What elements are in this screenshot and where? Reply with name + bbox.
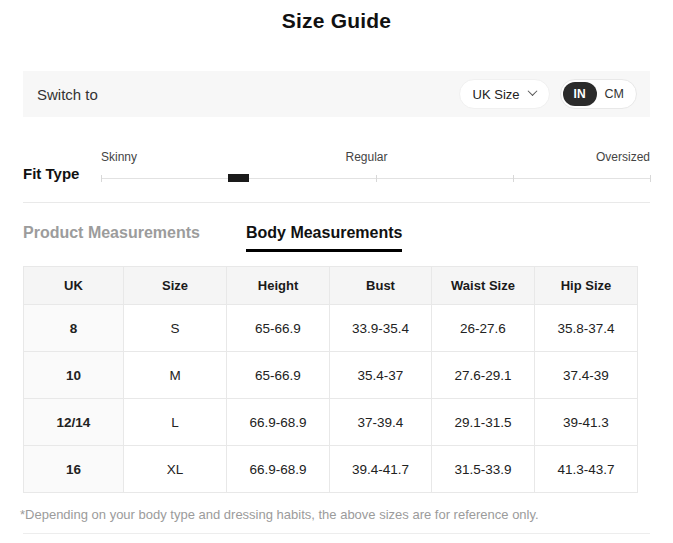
column-header-size: Size — [124, 267, 227, 305]
column-header-waist: Waist Size — [432, 267, 535, 305]
chevron-down-icon — [527, 86, 537, 96]
cell-uk: 16 — [24, 446, 124, 493]
cell-hip: 41.3-43.7 — [535, 446, 638, 493]
cell-waist: 29.1-31.5 — [432, 399, 535, 446]
size-standard-dropdown[interactable]: UK Size — [459, 79, 550, 109]
size-table: UK Size Height Bust Waist Size Hip Size … — [23, 266, 638, 493]
cell-size: XL — [124, 446, 227, 493]
column-header-uk: UK — [24, 267, 124, 305]
unit-option-in[interactable]: IN — [563, 82, 597, 106]
table-row: 10 M 65-66.9 35.4-37 27.6-29.1 37.4-39 — [24, 352, 638, 399]
fit-type-options: Skinny Regular Oversized — [101, 150, 650, 164]
cell-hip: 35.8-37.4 — [535, 305, 638, 352]
fit-option-regular[interactable]: Regular — [345, 150, 387, 164]
size-disclaimer: *Depending on your body type and dressin… — [20, 507, 650, 522]
cell-height: 65-66.9 — [227, 305, 330, 352]
tab-product-measurements[interactable]: Product Measurements — [23, 224, 200, 252]
column-header-height: Height — [227, 267, 330, 305]
table-row: 8 S 65-66.9 33.9-35.4 26-27.6 35.8-37.4 — [24, 305, 638, 352]
cell-hip: 39-41.3 — [535, 399, 638, 446]
fit-option-skinny[interactable]: Skinny — [101, 150, 137, 164]
switch-to-label: Switch to — [37, 86, 459, 103]
table-row: 12/14 L 66.9-68.9 37-39.4 29.1-31.5 39-4… — [24, 399, 638, 446]
cell-uk: 10 — [24, 352, 124, 399]
measurement-tabs: Product Measurements Body Measurements — [23, 224, 673, 252]
bottom-divider — [23, 533, 650, 534]
tab-body-measurements[interactable]: Body Measurements — [246, 224, 403, 252]
cell-waist: 27.6-29.1 — [432, 352, 535, 399]
cell-uk: 12/14 — [24, 399, 124, 446]
cell-uk: 8 — [24, 305, 124, 352]
page-title: Size Guide — [0, 0, 673, 33]
unit-toggle: IN CM — [560, 79, 637, 109]
table-header-row: UK Size Height Bust Waist Size Hip Size — [24, 267, 638, 305]
cell-bust: 37-39.4 — [330, 399, 432, 446]
cell-bust: 35.4-37 — [330, 352, 432, 399]
cell-height: 66.9-68.9 — [227, 399, 330, 446]
section-divider — [23, 202, 650, 203]
fit-option-oversized[interactable]: Oversized — [596, 150, 650, 164]
fit-type-section: Fit Type Skinny Regular Oversized — [23, 150, 650, 183]
column-header-hip: Hip Size — [535, 267, 638, 305]
cell-size: M — [124, 352, 227, 399]
unit-option-cm[interactable]: CM — [597, 82, 634, 106]
cell-bust: 33.9-35.4 — [330, 305, 432, 352]
cell-size: L — [124, 399, 227, 446]
slider-tick — [101, 175, 102, 182]
cell-height: 65-66.9 — [227, 352, 330, 399]
fit-type-slider: Skinny Regular Oversized — [101, 150, 650, 183]
slider-tick — [513, 175, 514, 182]
fit-type-track[interactable] — [101, 173, 650, 183]
cell-waist: 31.5-33.9 — [432, 446, 535, 493]
slider-handle[interactable] — [228, 174, 249, 182]
cell-bust: 39.4-41.7 — [330, 446, 432, 493]
column-header-bust: Bust — [330, 267, 432, 305]
cell-waist: 26-27.6 — [432, 305, 535, 352]
fit-type-label: Fit Type — [23, 165, 101, 183]
switch-to-bar: Switch to UK Size IN CM — [23, 71, 650, 117]
table-row: 16 XL 66.9-68.9 39.4-41.7 31.5-33.9 41.3… — [24, 446, 638, 493]
slider-tick — [376, 175, 377, 182]
cell-hip: 37.4-39 — [535, 352, 638, 399]
cell-height: 66.9-68.9 — [227, 446, 330, 493]
cell-size: S — [124, 305, 227, 352]
slider-tick — [650, 175, 651, 182]
size-standard-value: UK Size — [473, 87, 520, 102]
